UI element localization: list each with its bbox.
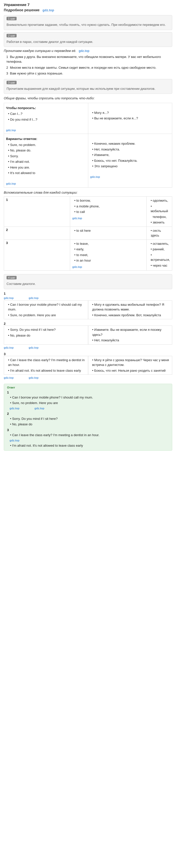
answer-3-block: 3 • Can I leave the class early? I'm mee… <box>7 428 169 448</box>
vocab-2-en-1: • to sit here <box>74 228 144 233</box>
situation-2-text: Многие места в поезде заняты. Семья сиди… <box>10 66 156 69</box>
vocab-1-en-3: • to call <box>74 209 144 214</box>
vocab-3-ru-2: • ранний, <box>151 247 170 252</box>
watermark-step3c: gdz.top <box>90 175 100 179</box>
ans-en-2: • No, please do. <box>8 148 86 153</box>
watermark-dialog1: gdz.top gdz.top <box>4 296 172 300</box>
ask-phrase-2: • Do you mind if I...? <box>8 117 86 122</box>
step-1-number: 1 шаг <box>6 17 17 20</box>
ans-ru-1: • Конечно, никаких проблем. <box>92 141 170 146</box>
phrases-ask-ru-col: • Могу я...? • Вы не возражаете, если я.… <box>88 103 172 134</box>
vocab-table: 1 • to borrow, • a mobile phone, • to ca… <box>4 196 172 271</box>
vocab-3-en-2: • early, <box>74 247 144 252</box>
watermark-step2: gdz.top <box>79 49 90 53</box>
ask-ru-phrase-2: • Вы не возражаете, если я...? <box>92 116 170 121</box>
wm-ans1a: gdz.top <box>9 407 19 410</box>
dialog-2-left: • Sorry. Do you mind if I sit here? • No… <box>4 326 88 345</box>
step-3-number: 3 шаг <box>6 81 17 84</box>
dialog-3-num-label: 3 <box>4 352 5 356</box>
vocab-3-en-3: • to meet, <box>74 253 144 257</box>
vocab-1-ru-3: телефон, <box>151 214 170 219</box>
ans-en-4: • I'm afraid not. <box>8 159 86 164</box>
vocab-3-num-col: 3 <box>4 240 70 271</box>
step-2-sublabel: Прочитаем каждую ситуацию и переведем её… <box>4 49 172 54</box>
answer-3-line-1: • Can I leave the class early? I'm meeti… <box>10 433 169 438</box>
answer-2-num: 2 <box>7 412 169 415</box>
answer-1-line-1: • Can I borrow your mobile phone? I shou… <box>10 395 169 400</box>
wm-d3a: gdz.top <box>4 376 14 379</box>
answer-1-block: 1 • Can I borrow your mobile phone? I sh… <box>7 391 169 410</box>
dialog-1-left-2: • Sure, no problem. Here you are <box>8 313 86 318</box>
situation-3-text: Вам нужно уйти с урока пораньше. <box>10 71 63 75</box>
detailed-solution-header: Подробное решение gdz.top <box>4 8 172 12</box>
vocab-2-ru-col: • сесть здесь <box>147 226 172 240</box>
answers-en-col: Варианты ответов: • Sure, no problem. • … <box>4 134 88 188</box>
vocab-1-ru-4: • звонить <box>151 220 170 225</box>
vocab-3-en-1: • to leave, <box>74 241 144 246</box>
ans-ru-5: • Это запрещено <box>92 164 170 169</box>
situation-1-text: Вы дома у друга. Вы внезапно вспоминаете… <box>6 55 161 64</box>
phrases-header-text: Общие фразы, чтобы спросить или попросит… <box>4 96 95 100</box>
ask-phrase-1: • Can I...? <box>8 111 86 116</box>
vocab-1-ru-col: • одолжить, • мобильный телефон, • звони… <box>147 197 172 227</box>
to-ask-label: Чтобы попросить: <box>6 105 86 111</box>
situation-2: 2 Многие места в поезде заняты. Семья си… <box>6 65 172 70</box>
ans-en-1: • Sure, no problem. <box>8 143 86 148</box>
dialog-3-left-2: • I'm afraid not. It's not allowed to le… <box>8 368 86 373</box>
situation-3: 3 Вам нужно уйти с урока пораньше. <box>6 71 172 76</box>
vocab-3-en-col: • to leave, • early, • to meet, • in an … <box>70 240 147 271</box>
step-4-label: Составим диалоги. <box>6 281 170 286</box>
vocab-2-en-col: • to sit here <box>70 226 147 240</box>
dialogs-container: 1 gdz.top gdz.top • Can I borrow your mo… <box>4 292 172 380</box>
phrases-ask-col: Чтобы попросить: • Can I...? • Do you mi… <box>4 103 88 134</box>
watermark-ans1: gdz.top gdz.top <box>9 406 169 410</box>
dialog-2-left-2: • No, please do <box>8 333 86 338</box>
dialog-3-num: 3 <box>4 352 172 356</box>
ans-ru-3: • Извините, <box>92 153 170 157</box>
answer-1-line-2: • Sure, no problem. Here you are <box>10 401 169 406</box>
situations-list: 1 Вы дома у друга. Вы внезапно вспоминае… <box>4 55 172 76</box>
step-3-label: Прочитаем выражения для каждой ситуации,… <box>6 86 170 91</box>
vocab-header: Вспомогательные слова для каждой ситуаци… <box>4 190 172 195</box>
vocab-1-en-1: • to borrow, <box>74 198 144 203</box>
watermark-vocab3a: gdz.top <box>72 265 82 269</box>
wm-d1a: gdz.top <box>4 297 14 300</box>
watermark-header: gdz.top <box>43 8 54 12</box>
wm-d3b: gdz.top <box>29 376 39 379</box>
step-3-box: 3 шаг Прочитаем выражения для каждой сит… <box>4 79 172 94</box>
dialog-2-section: 2 • Sorry. Do you mind if I sit here? • … <box>4 322 172 350</box>
vocab-3-ru-4: • через час <box>151 263 170 268</box>
vocab-2-num-col: 2 <box>4 226 70 240</box>
vocab-1-ru-1: • одолжить, <box>151 198 170 203</box>
watermark-step3b: gdz.top <box>6 182 16 186</box>
watermark-step3a: gdz.top <box>6 128 16 132</box>
dialog-1-num: 1 <box>4 292 172 296</box>
step-4-box: 4 шаг Составим диалоги. <box>4 274 172 289</box>
dialog-2-num: 2 <box>4 322 172 326</box>
dialog-2-right: • Извините. Вы не возражаете, если я пос… <box>88 326 172 345</box>
vocab-1-en-col: • to borrow, • a mobile phone, • to call… <box>70 197 147 227</box>
step-1-text: Внимательно прочитаем задание, чтобы пон… <box>6 22 170 27</box>
detailed-solution-label: Подробное решение <box>4 8 40 12</box>
step-2-sub-text: Прочитаем каждую ситуацию и переведем её… <box>4 49 76 53</box>
answer-label: Ответ <box>7 386 169 389</box>
vocab-2-ru-1: • сесть здесь <box>151 228 170 238</box>
ans-en-5: • Here you are. <box>8 165 86 170</box>
wm-d2a: gdz.top <box>4 346 14 349</box>
dialog-1-right-1: • Могу я одолжить ваш мобильный телефон?… <box>92 302 170 312</box>
dialog-1-table: • Can I borrow your mobile phone? I shou… <box>4 301 172 319</box>
dialog-1-num-label: 1 <box>4 292 5 296</box>
vocab-1-num-col: 1 <box>4 197 70 227</box>
answers-ru-col: • Конечно, никаких проблем. • Нет, пожал… <box>88 134 172 188</box>
dialog-2-table: • Sorry. Do you mind if I sit here? • No… <box>4 326 172 345</box>
watermark-vocab1a: gdz.top <box>72 216 82 221</box>
situation-1: 1 Вы дома у друга. Вы внезапно вспоминае… <box>6 55 172 64</box>
dialog-3-right-2: • Боюсь, что нет. Нельзя рано уходить с … <box>92 368 170 373</box>
ans-en-6: • It's not allowed to <box>8 170 86 176</box>
vocab-1-en-2: • a mobile phone, <box>74 204 144 209</box>
answers-label: Варианты ответов: <box>6 136 86 142</box>
dialog-3-section: 3 • Can I leave the class early? I'm mee… <box>4 352 172 380</box>
ans-ru-2: • Нет, пожалуйста. <box>92 147 170 152</box>
phrases-header: Общие фразы, чтобы спросить или попросит… <box>4 96 172 101</box>
vocab-2-num: 2 <box>6 228 8 232</box>
